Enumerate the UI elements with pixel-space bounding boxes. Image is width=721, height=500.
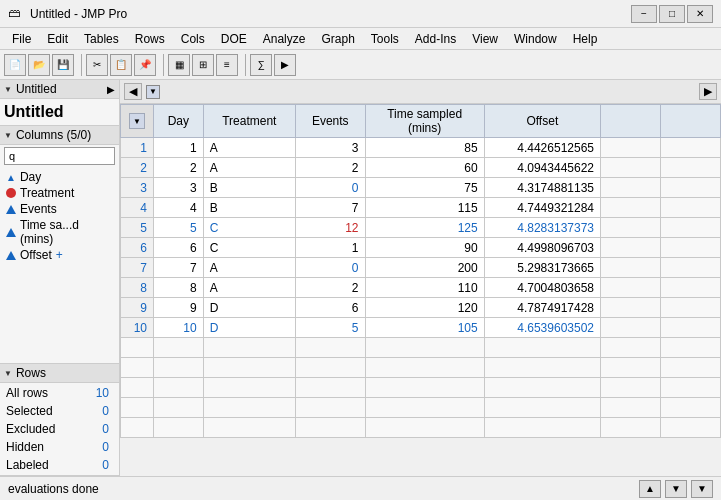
cell-empty2-3 (661, 178, 721, 198)
nav-forward-button[interactable]: ▶ (699, 83, 717, 100)
script-button[interactable]: ∑ (250, 54, 272, 76)
save-button[interactable]: 💾 (52, 54, 74, 76)
col-header-events[interactable]: Events (295, 105, 365, 138)
table-row-empty (121, 338, 721, 358)
cell-offset-7: 5.2983173665 (484, 258, 600, 278)
rows-stat-labeled: Labeled 0 (2, 457, 117, 473)
cell-empty2-10 (661, 318, 721, 338)
column-list: ▲ Day Treatment Events Time sa...d (mins… (0, 167, 119, 265)
cell-day-6: 6 (154, 238, 204, 258)
untitled-panel-header[interactable]: ▼ Untitled ▶ (0, 80, 119, 99)
cell-rownum-6: 6 (121, 238, 154, 258)
cols-button[interactable]: ⊞ (192, 54, 214, 76)
menu-item-help[interactable]: Help (565, 30, 606, 48)
col-header-extra1 (601, 105, 661, 138)
close-button[interactable]: ✕ (687, 5, 713, 23)
cell-empty (484, 358, 600, 378)
filter-dropdown[interactable]: ▼ (146, 85, 160, 99)
cell-empty (295, 418, 365, 438)
menu-item-doe[interactable]: DOE (213, 30, 255, 48)
status-menu-button[interactable]: ▼ (691, 480, 713, 498)
menu-item-tables[interactable]: Tables (76, 30, 127, 48)
menu-item-tools[interactable]: Tools (363, 30, 407, 48)
table-body: 11A3854.442651256522A2604.094344562233B0… (121, 138, 721, 438)
cell-timesampled-7: 200 (365, 258, 484, 278)
forward-icon[interactable]: ▶ (107, 84, 115, 95)
columns-search-wrapper (0, 145, 119, 167)
menu-item-edit[interactable]: Edit (39, 30, 76, 48)
paste-button[interactable]: 📌 (134, 54, 156, 76)
rows-stat-hidden: Hidden 0 (2, 439, 117, 455)
nav-back-button[interactable]: ◀ (124, 83, 142, 100)
datatable-button[interactable]: ▦ (168, 54, 190, 76)
data-table-wrapper[interactable]: ▼ Day Treatment Events Time sampled(mins… (120, 104, 721, 476)
column-item-treatment[interactable]: Treatment (0, 185, 119, 201)
rows-label-excluded: Excluded (2, 421, 80, 437)
run-button[interactable]: ▶ (274, 54, 296, 76)
cell-offset-3: 4.3174881135 (484, 178, 600, 198)
cell-empty1-4 (601, 198, 661, 218)
toolbar-sep-3 (242, 54, 246, 76)
cell-offset-1: 4.4426512565 (484, 138, 600, 158)
rows-button[interactable]: ≡ (216, 54, 238, 76)
rows-panel-header[interactable]: ▼ Rows (0, 364, 119, 383)
rows-value-allrows: 10 (82, 385, 117, 401)
restore-button[interactable]: □ (659, 5, 685, 23)
table-row: 66C1904.4998096703 (121, 238, 721, 258)
cell-treatment-8: A (203, 278, 295, 298)
menu-item-view[interactable]: View (464, 30, 506, 48)
cell-empty (121, 338, 154, 358)
cell-events-6: 1 (295, 238, 365, 258)
copy-button[interactable]: 📋 (110, 54, 132, 76)
table-row: 44B71154.7449321284 (121, 198, 721, 218)
col-header-treatment[interactable]: Treatment (203, 105, 295, 138)
column-item-timesampled[interactable]: Time sa...d (mins) (0, 217, 119, 247)
col-header-timesampled[interactable]: Time sampled(mins) (365, 105, 484, 138)
cell-treatment-6: C (203, 238, 295, 258)
col-header-day[interactable]: Day (154, 105, 204, 138)
cell-day-10: 10 (154, 318, 204, 338)
cell-treatment-4: B (203, 198, 295, 218)
cell-empty (121, 418, 154, 438)
column-item-offset[interactable]: Offset + (0, 247, 119, 263)
column-item-events[interactable]: Events (0, 201, 119, 217)
col-header-offset[interactable]: Offset (484, 105, 600, 138)
columns-search-input[interactable] (4, 147, 115, 165)
menu-item-window[interactable]: Window (506, 30, 565, 48)
menu-item-analyze[interactable]: Analyze (255, 30, 314, 48)
status-bar: evaluations done ▲ ▼ ▼ (0, 476, 721, 500)
cell-treatment-2: A (203, 158, 295, 178)
open-button[interactable]: 📂 (28, 54, 50, 76)
menu-item-file[interactable]: File (4, 30, 39, 48)
cell-treatment-9: D (203, 298, 295, 318)
header-filter-icon[interactable]: ▼ (129, 113, 145, 129)
cell-events-2: 2 (295, 158, 365, 178)
filter-icon: ▼ (146, 85, 160, 99)
status-down-button[interactable]: ▼ (665, 480, 687, 498)
menu-bar: FileEditTablesRowsColsDOEAnalyzeGraphToo… (0, 28, 721, 50)
cell-empty1-1 (601, 138, 661, 158)
menu-item-graph[interactable]: Graph (313, 30, 362, 48)
status-up-button[interactable]: ▲ (639, 480, 661, 498)
new-button[interactable]: 📄 (4, 54, 26, 76)
column-item-day[interactable]: ▲ Day (0, 169, 119, 185)
window-controls: − □ ✕ (631, 5, 713, 23)
col-header-filter[interactable]: ▼ (121, 105, 154, 138)
nav-row: ◀ ▼ ▶ (120, 80, 721, 104)
cell-empty (365, 418, 484, 438)
menu-item-cols[interactable]: Cols (173, 30, 213, 48)
cut-button[interactable]: ✂ (86, 54, 108, 76)
menu-item-add-ins[interactable]: Add-Ins (407, 30, 464, 48)
rows-stat-excluded: Excluded 0 (2, 421, 117, 437)
cell-offset-5: 4.8283137373 (484, 218, 600, 238)
cell-rownum-9: 9 (121, 298, 154, 318)
rows-label-hidden: Hidden (2, 439, 80, 455)
columns-panel-section: ▼ Columns (5/0) ▲ Day Treatment Events (0, 126, 119, 364)
table-row: 55C121254.8283137373 (121, 218, 721, 238)
app-icon: 🗃 (8, 6, 24, 22)
columns-panel-header[interactable]: ▼ Columns (5/0) (0, 126, 119, 145)
data-area: ◀ ▼ ▶ ▼ Day Treatment Events Time sam (120, 80, 721, 476)
rows-label-allrows: All rows (2, 385, 80, 401)
menu-item-rows[interactable]: Rows (127, 30, 173, 48)
minimize-button[interactable]: − (631, 5, 657, 23)
